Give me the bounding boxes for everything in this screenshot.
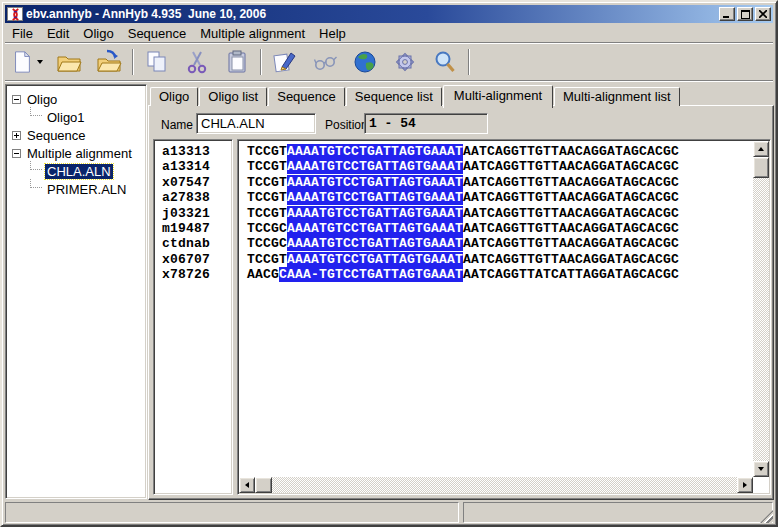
menu-item-edit[interactable]: Edit [40,25,76,42]
sequence-highlight: AAAATGTCCTGATTAGTGAAAT [287,159,463,174]
tab-multi-alignment-list[interactable]: Multi-alignment list [554,87,680,106]
close-button[interactable] [755,7,771,21]
cut-button[interactable] [177,46,217,78]
tree-item-chla-aln[interactable]: CHLA.ALN [12,162,144,180]
tab-bar: OligoOligo listSequenceSequence listMult… [148,84,774,106]
tree-label: Multiple alignment [25,146,134,161]
workspace-tree: OligoOligo1SequenceMultiple alignmentCHL… [5,84,147,499]
sequence-name[interactable]: a13313 [162,144,232,159]
minus-expander-icon[interactable] [12,95,21,104]
tree-item-sequence[interactable]: Sequence [12,126,144,144]
window-controls [719,7,771,21]
titlebar[interactable]: ebv.annhyb - AnnHyb 4.935 June 10, 2006 [5,5,773,23]
menu-item-multiple-alignment[interactable]: Multiple alignment [193,25,312,42]
sequence-pre: TCCGT [247,252,287,267]
tab-sequence-list[interactable]: Sequence list [346,87,442,106]
vertical-scrollbar[interactable] [753,141,769,477]
minimize-button[interactable] [719,7,735,21]
tree-item-multiple-alignment[interactable]: Multiple alignment [12,144,144,162]
sequence-pre: TCCGT [247,144,287,159]
open-folder-icon [56,49,82,75]
sequence-highlight: AAAATGTCCTGATTAGTGAAAT [287,144,463,159]
multi-alignment-page: Name Position 1 - 54 a13313a13314x07547a… [148,105,774,500]
tree-label: CHLA.ALN [45,164,113,179]
scroll-left-button[interactable] [239,477,255,493]
horizontal-scroll-thumb[interactable] [255,477,272,493]
menu-separator [5,42,773,44]
maximize-button[interactable] [737,7,753,21]
toolbar-separator [132,49,134,75]
name-input[interactable] [196,113,316,134]
tab-multi-alignment[interactable]: Multi-alignment [443,85,553,108]
settings-button[interactable] [385,46,425,78]
tab-oligo-list[interactable]: Oligo list [199,87,267,106]
scroll-up-button[interactable] [753,141,769,157]
sequence-row[interactable]: TCCGTAAAATGTCCTGATTAGTGAAATAATCAGGTTGTTA… [247,144,752,159]
menu-item-file[interactable]: File [5,25,40,42]
app-window: ebv.annhyb - AnnHyb 4.935 June 10, 2006 … [0,0,778,527]
sequence-highlight: CAAA-TGTCCTGATTAGTGAAAT [279,267,463,282]
sequence-highlight: AAAATGTCCTGATTAGTGAAAT [287,236,463,251]
horizontal-scrollbar[interactable] [239,477,753,493]
arrow-right-icon [743,482,747,488]
status-panel-2 [463,502,773,523]
scroll-right-button[interactable] [737,477,753,493]
tree-item-oligo[interactable]: Oligo [12,90,144,108]
sequence-post: AATCAGGTTGTTAACAGGATAGCACGC [463,159,679,174]
sequence-name[interactable]: j03321 [162,206,232,221]
view-button[interactable] [305,46,345,78]
paste-button[interactable] [217,46,257,78]
sequence-name[interactable]: a27838 [162,190,232,205]
sequence-post: AATCAGGTTGTTAACAGGATAGCACGC [463,175,679,190]
search-button[interactable] [425,46,465,78]
menu-item-oligo[interactable]: Oligo [76,25,120,42]
sequence-row[interactable]: TCCGTAAAATGTCCTGATTAGTGAAATAATCAGGTTGTTA… [247,206,752,221]
menu-item-sequence[interactable]: Sequence [121,25,194,42]
sequence-row[interactable]: AACGCAAA-TGTCCTGATTAGTGAAATAATCAGGTTATCA… [247,267,752,282]
open-folder-button[interactable] [49,46,89,78]
copy-button[interactable] [137,46,177,78]
plus-expander-icon[interactable] [12,131,21,140]
glasses-icon [312,49,338,75]
sequence-name[interactable]: a13314 [162,159,232,174]
vertical-scroll-thumb[interactable] [753,157,769,178]
scroll-down-button[interactable] [753,461,769,477]
sequence-pre: TCCGT [247,175,287,190]
search-magnifier-icon [432,49,458,75]
minus-expander-icon[interactable] [12,149,21,158]
tree-item-oligo1[interactable]: Oligo1 [12,108,144,126]
edit-button[interactable] [265,46,305,78]
sequence-name[interactable]: x78726 [162,267,232,282]
sequence-row[interactable]: TCCGCAAAATGTCCTGATTAGTGAAATAATCAGGTTGTTA… [247,236,752,251]
sequence-row[interactable]: TCCGCAAAATGTCCTGATTAGTGAAATAATCAGGTTGTTA… [247,221,752,236]
sequence-highlight: AAAATGTCCTGATTAGTGAAAT [287,206,463,221]
sequence-name[interactable]: m19487 [162,221,232,236]
new-document-icon [10,49,34,75]
web-button[interactable] [345,46,385,78]
sequence-name[interactable]: x06707 [162,252,232,267]
alignment-panel: TCCGTAAAATGTCCTGATTAGTGAAATAATCAGGTTGTTA… [237,139,771,495]
menu-item-help[interactable]: Help [312,25,353,42]
tab-oligo[interactable]: Oligo [150,87,198,106]
sequence-pre: AACG [247,267,279,282]
arrow-down-icon [758,467,764,471]
position-field: 1 - 54 [364,113,488,134]
tree-label: Sequence [25,128,88,143]
new-document-button[interactable] [7,46,37,78]
sequence-row[interactable]: TCCGTAAAATGTCCTGATTAGTGAAATAATCAGGTTGTTA… [247,252,752,267]
sequence-pre: TCCGT [247,206,287,221]
sequence-name[interactable]: ctdnab [162,236,232,251]
sequence-post: AATCAGGTTATCATTAGGATAGCACGC [463,267,679,282]
toolbar-separator-line [5,80,773,82]
sequence-row[interactable]: TCCGTAAAATGTCCTGATTAGTGAAATAATCAGGTTGTTA… [247,175,752,190]
new-document-dropdown-icon[interactable] [37,60,43,64]
sequence-row[interactable]: TCCGTAAAATGTCCTGATTAGTGAAATAATCAGGTTGTTA… [247,190,752,205]
tab-sequence[interactable]: Sequence [268,87,345,106]
tree-item-primer-aln[interactable]: PRIMER.ALN [12,180,144,198]
sequence-row[interactable]: TCCGTAAAATGTCCTGATTAGTGAAATAATCAGGTTGTTA… [247,159,752,174]
sequence-name[interactable]: x07547 [162,175,232,190]
import-folder-button[interactable] [89,46,129,78]
sequence-names-panel: a13313a13314x07547a27838j03321m19487ctdn… [153,139,233,495]
close-icon [759,10,767,18]
tree-connector [30,179,42,188]
